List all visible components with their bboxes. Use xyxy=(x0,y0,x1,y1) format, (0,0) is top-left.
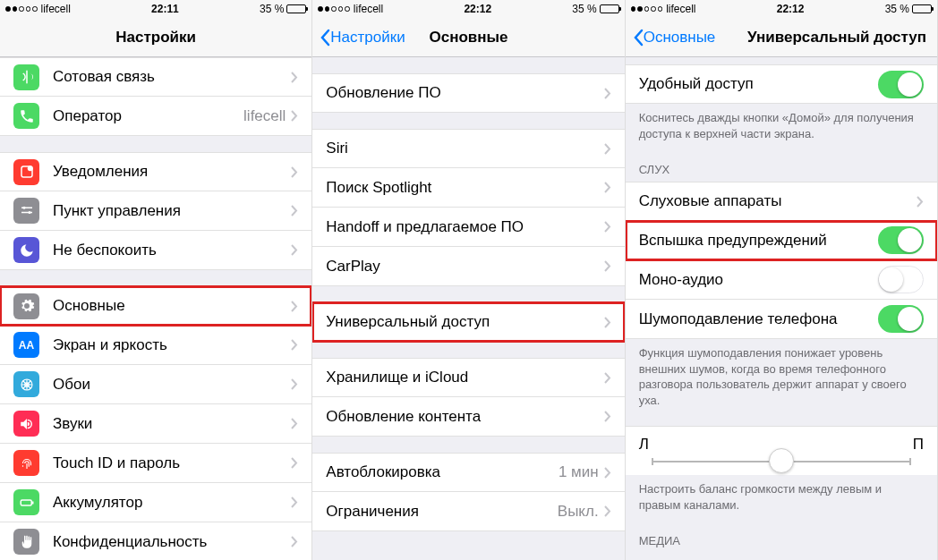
back-label: Настройки xyxy=(330,29,405,47)
row-general[interactable]: Основные xyxy=(0,286,311,326)
battery-percent: 35 % xyxy=(572,3,596,15)
signal-dots xyxy=(318,6,350,12)
moon-icon xyxy=(13,237,39,263)
chevron-right-icon xyxy=(291,110,298,122)
svg-point-1 xyxy=(27,165,32,171)
row-label: CarPlay xyxy=(326,258,603,276)
row-label: Хранилище и iCloud xyxy=(326,369,603,386)
row-battery[interactable]: Аккумулятор xyxy=(0,483,311,522)
row-label: Сотовая связь xyxy=(53,68,291,86)
row-spotlight[interactable]: Поиск Spotlight xyxy=(312,168,624,208)
battery-icon xyxy=(600,4,619,13)
chevron-right-icon xyxy=(604,221,611,233)
row-carplay[interactable]: CarPlay xyxy=(312,247,624,286)
back-button[interactable]: Основные xyxy=(633,29,716,47)
notifications-icon xyxy=(13,159,39,185)
chevron-right-icon xyxy=(291,166,298,178)
carrier-label: lifecell xyxy=(666,3,695,15)
row-label: Touch ID и пароль xyxy=(53,454,291,472)
row-hearing-aids[interactable]: Слуховые аппараты xyxy=(626,182,937,221)
row-label: Siri xyxy=(326,140,603,157)
row-noise-cancel[interactable]: Шумоподавление телефона xyxy=(626,300,937,339)
row-reachability[interactable]: Удобный доступ xyxy=(626,64,937,104)
chevron-right-icon xyxy=(604,505,611,517)
row-label: Обновление ПО xyxy=(326,84,603,102)
header-hearing: СЛУХ xyxy=(626,148,937,182)
row-cellular[interactable]: Сотовая связь xyxy=(0,57,311,97)
chevron-right-icon xyxy=(291,301,298,312)
toggle-noise-cancel[interactable] xyxy=(878,305,924,333)
balance-right-label: П xyxy=(913,436,924,454)
wallpaper-icon xyxy=(13,371,39,397)
status-time: 22:11 xyxy=(151,3,179,15)
status-time: 22:12 xyxy=(777,3,805,15)
page-title: Настройки xyxy=(115,29,196,47)
row-wallpaper[interactable]: Обои xyxy=(0,365,311,404)
screen-settings: lifecell 22:11 35 % Настройки Сотовая св… xyxy=(0,0,312,560)
hand-icon xyxy=(13,529,39,555)
footer-balance: Настроить баланс громкости между левым и… xyxy=(626,475,937,520)
row-label: Обои xyxy=(53,376,291,394)
carrier-label: lifecell xyxy=(41,3,71,15)
row-label: Вспышка предупреждений xyxy=(639,232,878,250)
back-button[interactable]: Настройки xyxy=(320,29,405,47)
svg-rect-8 xyxy=(21,500,31,505)
row-label: Уведомления xyxy=(53,163,291,181)
chevron-right-icon xyxy=(604,143,611,155)
row-label: Шумоподавление телефона xyxy=(639,310,878,328)
row-background-refresh[interactable]: Обновление контента xyxy=(312,397,624,437)
row-label: Handoff и предлагаемое ПО xyxy=(326,218,603,236)
row-siri[interactable]: Siri xyxy=(312,129,624,168)
chevron-right-icon xyxy=(604,88,611,99)
phone-icon xyxy=(13,103,39,129)
status-bar: lifecell 22:12 35 % xyxy=(312,0,624,18)
nav-bar: Основные Универсальный доступ xyxy=(626,18,937,57)
row-label: Основные xyxy=(53,297,291,315)
row-label: Аккумулятор xyxy=(53,494,291,512)
row-balance-slider: Л П xyxy=(626,426,937,475)
status-bar: lifecell 22:12 35 % xyxy=(626,0,937,18)
row-value: Выкл. xyxy=(558,503,599,521)
row-privacy[interactable]: Конфиденциальность xyxy=(0,522,311,560)
row-led-flash[interactable]: Вспышка предупреждений xyxy=(626,221,937,260)
row-handoff[interactable]: Handoff и предлагаемое ПО xyxy=(312,208,624,247)
row-restrictions[interactable]: ОграниченияВыкл. xyxy=(312,492,624,531)
control-center-icon xyxy=(13,198,39,224)
chevron-right-icon xyxy=(604,260,611,272)
row-software-update[interactable]: Обновление ПО xyxy=(312,73,624,113)
row-operator[interactable]: Оператор lifecell xyxy=(0,97,311,136)
row-value: lifecell xyxy=(243,107,286,125)
status-time: 22:12 xyxy=(464,3,491,15)
toggle-led-flash[interactable] xyxy=(878,226,924,254)
row-control-center[interactable]: Пункт управления xyxy=(0,191,311,231)
chevron-right-icon xyxy=(291,244,298,256)
chevron-right-icon xyxy=(291,72,298,83)
footer-noise: Функция шумоподавления понижает уровень … xyxy=(626,339,937,415)
chevron-right-icon xyxy=(604,467,611,479)
back-label: Основные xyxy=(644,29,716,47)
row-autolock[interactable]: Автоблокировка1 мин xyxy=(312,453,624,492)
row-value: 1 мин xyxy=(559,463,599,481)
chevron-right-icon xyxy=(604,317,611,328)
svg-rect-9 xyxy=(32,501,34,504)
toggle-mono-audio[interactable] xyxy=(878,266,924,293)
page-title: Основные xyxy=(429,29,507,47)
nav-bar: Настройки xyxy=(0,18,311,57)
balance-slider[interactable] xyxy=(652,461,911,462)
row-accessibility[interactable]: Универсальный доступ xyxy=(312,302,624,342)
battery-app-icon xyxy=(13,489,39,515)
fingerprint-icon xyxy=(13,450,39,476)
row-display[interactable]: AA Экран и яркость xyxy=(0,326,311,365)
chevron-right-icon xyxy=(291,457,298,469)
row-dnd[interactable]: Не беспокоить xyxy=(0,231,311,270)
row-touchid[interactable]: Touch ID и пароль xyxy=(0,444,311,483)
row-notifications[interactable]: Уведомления xyxy=(0,152,311,191)
row-label: Экран и яркость xyxy=(53,336,291,354)
row-mono-audio[interactable]: Моно-аудио xyxy=(626,260,937,300)
toggle-reachability[interactable] xyxy=(878,71,924,98)
row-storage[interactable]: Хранилище и iCloud xyxy=(312,358,624,397)
row-label: Пункт управления xyxy=(53,202,291,220)
chevron-right-icon xyxy=(291,205,298,216)
row-sounds[interactable]: Звуки xyxy=(0,404,311,444)
sound-icon xyxy=(13,411,39,437)
